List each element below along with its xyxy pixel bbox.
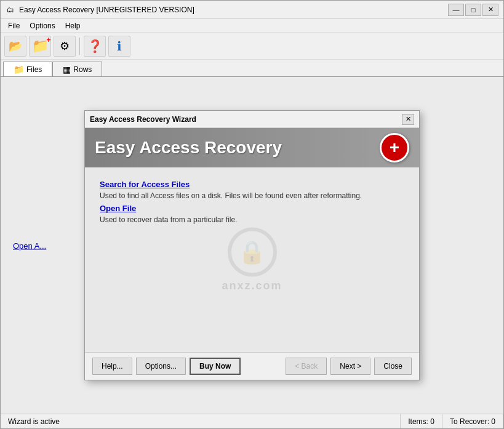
wizard-dialog: Easy Access Recovery Wizard ✕ Easy Acces… [84,110,420,380]
help-button[interactable]: Help... [92,358,132,375]
help-btn[interactable]: ❓ [84,36,106,57]
dialog-footer: Help... Options... Buy Now < Back Next >… [85,352,419,380]
app-icon: 🗂 [6,5,15,15]
open-folder-btn[interactable]: 📂 [4,36,26,57]
minimize-button[interactable]: — [448,4,464,16]
open-file-link[interactable]: Open File [100,204,404,213]
tab-files[interactable]: 📁 Files [3,62,52,76]
rows-tab-icon: ▦ [63,65,71,74]
toolbar: 📂 📁+ ⚙ ❓ ℹ [1,33,503,60]
dialog-body: 🔒 anxz.com Search for Access Files Used … [85,167,419,352]
menu-help[interactable]: Help [60,20,86,31]
close-dialog-button[interactable]: Close [374,358,412,375]
status-bar: Wizard is active Items: 0 To Recover: 0 [1,414,503,428]
settings-btn[interactable]: ⚙ [54,36,76,57]
tab-rows[interactable]: ▦ Rows [52,62,102,76]
maximize-button[interactable]: □ [465,4,481,16]
dialog-watermark: 🔒 anxz.com [222,228,282,292]
tab-files-label: Files [26,65,42,74]
tab-rows-label: Rows [73,65,92,74]
dialog-header: Easy Access Recovery + [85,128,419,167]
status-wizard: Wizard is active [1,414,401,428]
close-button[interactable]: ✕ [482,4,498,16]
new-btn[interactable]: 📁+ [29,36,51,57]
title-bar: 🗂 Easy Access Recovery [UNREGISTERED VER… [1,1,503,19]
title-controls: — □ ✕ [448,4,498,16]
toolbar-separator [79,38,80,55]
options-button[interactable]: Options... [136,358,186,375]
dialog-header-icon: + [380,133,409,162]
back-button[interactable]: < Back [286,358,327,375]
buy-now-button[interactable]: Buy Now [190,358,241,375]
menu-options[interactable]: Options [25,20,60,31]
search-access-files-desc: Used to find all Access files on a disk.… [100,191,362,200]
dialog-title-text: Easy Access Recovery Wizard [90,115,402,124]
menu-bar: File Options Help [1,19,503,33]
status-items: Items: 0 [401,414,442,428]
info-btn[interactable]: ℹ [108,36,130,57]
dialog-header-title: Easy Access Recovery [95,138,380,158]
content-area: 🔒 anxz.com Open A... Easy Access Recover… [1,77,503,414]
search-access-files-link[interactable]: Search for Access Files [100,180,404,189]
dialog-watermark-textline: anxz.com [222,279,282,292]
dialog-watermark-circle: 🔒 [228,228,277,277]
open-file-link-group: Open File Used to recover data from a pa… [100,204,404,224]
dialog-close-icon[interactable]: ✕ [402,114,414,125]
next-button[interactable]: Next > [330,358,370,375]
main-window: 🗂 Easy Access Recovery [UNREGISTERED VER… [0,0,504,429]
app-title: Easy Access Recovery [UNREGISTERED VERSI… [19,6,448,14]
open-file-desc: Used to recover data from a particular f… [100,215,237,224]
menu-file[interactable]: File [3,20,25,31]
tab-bar: 📁 Files ▦ Rows [1,60,503,77]
search-link-group: Search for Access Files Used to find all… [100,180,404,200]
status-to-recover: To Recover: 0 [442,414,503,428]
files-tab-icon: 📁 [14,65,24,74]
dialog-title-bar: Easy Access Recovery Wizard ✕ [85,111,419,128]
dialog-overlay: Easy Access Recovery Wizard ✕ Easy Acces… [1,77,503,414]
